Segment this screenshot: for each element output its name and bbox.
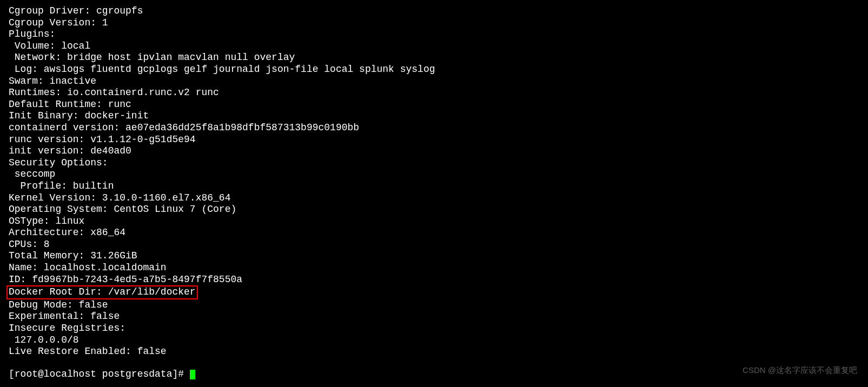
output-line: Security Options: xyxy=(9,157,859,169)
output-line: Experimental: false xyxy=(9,311,859,323)
output-line: Plugins: xyxy=(9,29,859,41)
output-line: Default Runtime: runc xyxy=(9,99,859,111)
output-line: seccomp xyxy=(9,169,859,181)
output-line: Cgroup Driver: cgroupfs xyxy=(9,5,859,17)
highlighted-docker-root-dir: Docker Root Dir: /var/lib/docker xyxy=(9,285,859,299)
output-line: Volume: local xyxy=(9,41,859,52)
prompt-text: [root@localhost postgresdata]# xyxy=(9,369,190,379)
cursor xyxy=(190,370,195,379)
output-line: Live Restore Enabled: false xyxy=(9,346,859,358)
command-prompt-line[interactable]: [root@localhost postgresdata]# xyxy=(9,369,859,381)
output-line: Profile: builtin xyxy=(9,181,859,192)
watermark: CSDN @这名字应该不会重复吧 xyxy=(743,365,857,375)
output-line: Swarm: inactive xyxy=(9,76,859,88)
output-line: CPUs: 8 xyxy=(9,239,859,251)
output-line: Name: localhost.localdomain xyxy=(9,262,859,274)
output-line: Runtimes: io.containerd.runc.v2 runc xyxy=(9,87,859,99)
output-line: OSType: linux xyxy=(9,216,859,228)
output-line: Architecture: x86_64 xyxy=(9,227,859,239)
output-line: Debug Mode: false xyxy=(9,299,859,311)
output-line: Log: awslogs fluentd gcplogs gelf journa… xyxy=(9,64,859,76)
output-line: runc version: v1.1.12-0-g51d5e94 xyxy=(9,134,859,146)
output-line: Network: bridge host ipvlan macvlan null… xyxy=(9,52,859,64)
output-line: Cgroup Version: 1 xyxy=(9,17,859,29)
terminal-output: Cgroup Driver: cgroupfs Cgroup Version: … xyxy=(9,5,859,358)
output-line: Total Memory: 31.26GiB xyxy=(9,250,859,262)
output-line: containerd version: ae07eda36dd25f8a1b98… xyxy=(9,122,859,134)
output-line: init version: de40ad0 xyxy=(9,145,859,157)
output-line: 127.0.0.0/8 xyxy=(9,335,859,346)
highlight-box: Docker Root Dir: /var/lib/docker xyxy=(6,285,198,299)
output-line: Kernel Version: 3.10.0-1160.el7.x86_64 xyxy=(9,192,859,204)
output-line: Operating System: CentOS Linux 7 (Core) xyxy=(9,204,859,216)
output-line: ID: fd9967bb-7243-4ed5-a7b5-8497f7f8550a xyxy=(9,274,859,286)
output-line: Insecure Registries: xyxy=(9,323,859,335)
output-line: Init Binary: docker-init xyxy=(9,110,859,122)
